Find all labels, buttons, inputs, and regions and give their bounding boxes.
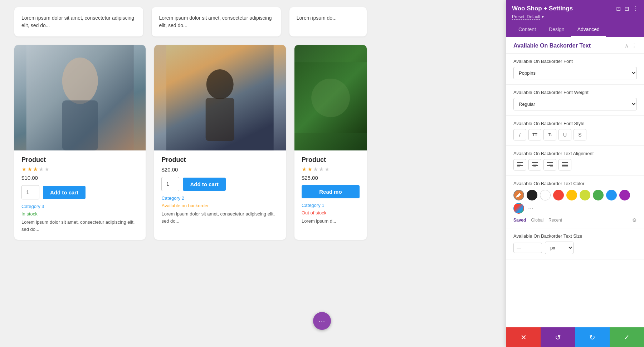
- text-size-unit-select[interactable]: px em rem: [545, 242, 574, 254]
- align-right-btn[interactable]: [543, 159, 556, 170]
- star-1: ★: [21, 166, 26, 173]
- svg-point-1: [62, 58, 98, 104]
- color-swatch-lime[interactable]: [580, 190, 590, 200]
- panel-body: Available On Backorder Text ∧ ⋮ Availabl…: [506, 37, 644, 327]
- product-2-category[interactable]: Category 2: [161, 195, 278, 201]
- font-select[interactable]: Poppins Roboto Open Sans: [513, 67, 637, 79]
- redo-button[interactable]: ↻: [575, 327, 610, 347]
- align-left-btn[interactable]: [513, 159, 526, 170]
- p3-star-3: ★: [313, 166, 318, 173]
- style-italic-btn[interactable]: I: [513, 129, 526, 140]
- style-strikethrough-btn[interactable]: S: [574, 129, 586, 140]
- product-2-price: $20.00: [161, 167, 278, 173]
- undo-button[interactable]: ↺: [541, 327, 575, 347]
- svg-rect-21: [562, 164, 568, 164]
- svg-rect-17: [549, 164, 553, 164]
- section-more-icon[interactable]: ⋮: [631, 43, 637, 49]
- top-card-3-text: Lorem ipsum do...: [297, 14, 360, 22]
- color-swatch-custom[interactable]: [513, 190, 524, 200]
- svg-rect-11: [517, 167, 520, 167]
- preset-label[interactable]: Preset: Default ▾: [512, 14, 638, 19]
- svg-point-4: [206, 69, 234, 99]
- color-swatch-red[interactable]: [553, 190, 564, 200]
- panel-tabs: Content Design Advanced: [512, 24, 638, 37]
- floating-menu-button[interactable]: ···: [313, 312, 331, 330]
- p3-star-1: ★: [302, 166, 307, 173]
- color-swatch-green[interactable]: [593, 190, 604, 200]
- color-tab-global[interactable]: Global: [531, 218, 543, 223]
- align-justify-btn[interactable]: [558, 159, 571, 170]
- svg-rect-22: [562, 165, 568, 166]
- panel-header-top: Woo Shop + Settings ⊡ ⊟ ⋮: [512, 5, 638, 12]
- panel-footer: ✕ ↺ ↻ ✓: [506, 327, 644, 347]
- svg-rect-12: [532, 162, 538, 163]
- text-alignment-field: Available On Backorder Text Alignment: [506, 146, 644, 176]
- style-capitalize-btn[interactable]: Tt: [543, 129, 556, 140]
- product-1-add-to-cart[interactable]: Add to cart: [43, 186, 86, 199]
- color-swatch-amber[interactable]: [566, 190, 577, 200]
- text-size-inputs: px em rem: [513, 242, 637, 254]
- star-4: ★: [39, 166, 44, 173]
- text-size-input[interactable]: [513, 243, 542, 253]
- section-title: Available On Backorder Text: [513, 43, 591, 49]
- product-3-stock: Out of stock: [302, 210, 360, 215]
- style-uppercase-btn[interactable]: TT: [528, 129, 541, 140]
- svg-point-7: [311, 79, 350, 117]
- font-weight-field: Available On Backorder Font Weight Regul…: [506, 85, 644, 116]
- color-swatch-white[interactable]: [540, 190, 551, 200]
- panel-menu-icon[interactable]: ⋮: [633, 5, 638, 12]
- tab-design[interactable]: Design: [542, 24, 571, 37]
- top-card-3: Lorem ipsum do...: [289, 7, 367, 36]
- product-3-stars: ★ ★ ★ ★ ★: [302, 166, 360, 173]
- panel-copy-icon[interactable]: ⊡: [616, 5, 621, 12]
- top-cards-row: Lorem ipsum dolor sit amet, consectetur …: [14, 7, 367, 36]
- color-swatch-blue[interactable]: [606, 190, 617, 200]
- svg-rect-5: [206, 98, 234, 141]
- star-5: ★: [44, 166, 49, 173]
- color-label: Available On Backorder Text Color: [513, 181, 637, 186]
- svg-rect-19: [550, 167, 553, 167]
- product-2-qty[interactable]: [161, 177, 179, 191]
- alignment-buttons: [513, 159, 637, 170]
- panel-title: Woo Shop + Settings: [512, 5, 573, 12]
- product-card-2: Product $20.00 Add to cart Category 2 Av…: [154, 45, 286, 240]
- product-3-desc: Lorem ipsum d...: [302, 218, 360, 225]
- section-header-controls: ∧ ⋮: [625, 43, 637, 49]
- color-swatch-black[interactable]: [527, 190, 537, 200]
- product-2-add-to-cart[interactable]: Add to cart: [183, 178, 225, 191]
- product-1-category[interactable]: Category 3: [21, 204, 138, 209]
- product-2-stock: Available on backorder: [161, 203, 278, 208]
- text-color-field: Available On Backorder Text Color ··: [506, 176, 644, 228]
- color-gear-icon[interactable]: ⚙: [632, 217, 637, 223]
- color-tab-recent[interactable]: Recent: [548, 218, 562, 223]
- font-field: Available On Backorder Font Poppins Robo…: [506, 54, 644, 85]
- product-3-category[interactable]: Category 1: [302, 203, 360, 208]
- product-1-stars: ★ ★ ★ ★ ★: [21, 166, 138, 173]
- save-button[interactable]: ✓: [610, 327, 644, 347]
- color-swatch-purple[interactable]: [619, 190, 630, 200]
- font-weight-select[interactable]: Regular Medium Bold Light: [513, 98, 637, 110]
- color-tabs: Saved Global Recent ⚙: [513, 217, 637, 223]
- svg-rect-14: [532, 165, 538, 166]
- tab-advanced[interactable]: Advanced: [571, 24, 606, 37]
- panel-collapse-icon[interactable]: ⊟: [624, 5, 629, 12]
- font-style-field: Available On Backorder Font Style I TT T…: [506, 116, 644, 146]
- style-underline-btn[interactable]: U: [558, 129, 571, 140]
- product-1-cart-row: Add to cart: [21, 185, 138, 199]
- svg-rect-9: [517, 164, 521, 164]
- top-card-1-text: Lorem ipsum dolor sit amet, consectetur …: [21, 14, 136, 29]
- cancel-button[interactable]: ✕: [506, 327, 541, 347]
- p3-star-5: ★: [325, 166, 330, 173]
- product-3-read-more[interactable]: Read mo: [302, 185, 360, 198]
- floating-menu-icon: ···: [319, 317, 325, 325]
- tab-content[interactable]: Content: [512, 24, 542, 37]
- section-collapse-icon[interactable]: ∧: [625, 43, 629, 49]
- align-center-btn[interactable]: [528, 159, 541, 170]
- color-tab-saved[interactable]: Saved: [513, 218, 526, 223]
- color-swatch-gradient[interactable]: [513, 203, 524, 214]
- panel-header-icons: ⊡ ⊟ ⋮: [616, 5, 638, 12]
- product-3-name: Product: [302, 156, 360, 164]
- color-more-dots[interactable]: ···: [528, 205, 533, 212]
- font-style-buttons: I TT Tt U S: [513, 129, 637, 140]
- product-1-qty[interactable]: [21, 185, 39, 199]
